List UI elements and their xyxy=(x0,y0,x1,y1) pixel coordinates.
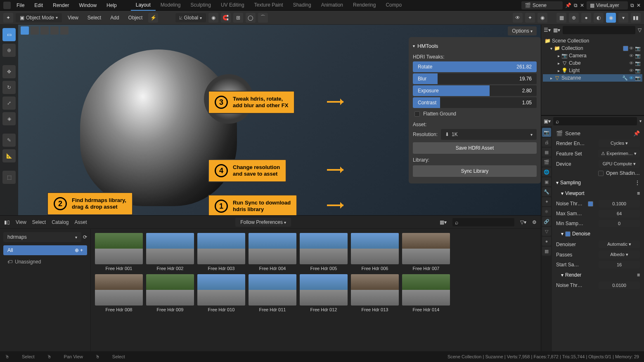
menu-object[interactable]: Object xyxy=(125,13,146,22)
menu-view[interactable]: View xyxy=(16,219,26,225)
3d-viewport[interactable]: Options ▾ ▭ ⊕ ✥ ↻ ⤢ ◈ ✎ 📐 ⬚ xyxy=(0,25,541,215)
move-tool-icon[interactable]: ✥ xyxy=(2,65,16,78)
menu-select[interactable]: Select xyxy=(84,13,104,22)
resolution-dropdown[interactable]: ⬇ 1K ▾ xyxy=(441,129,537,140)
options-dropdown[interactable]: Options ▾ xyxy=(508,26,537,35)
flatten-ground-checkbox[interactable]: Flatten Ground xyxy=(413,109,537,118)
panel-header[interactable]: ▾ HMTools xyxy=(413,41,537,51)
outliner-item-camera[interactable]: ▸ 📷 Camera 👁 📷 xyxy=(543,52,642,59)
catalog-all[interactable]: All ⊕ + xyxy=(3,245,87,255)
copy-icon[interactable]: ⧉ xyxy=(630,2,634,8)
sync-library-button[interactable]: Sync Library xyxy=(413,165,537,177)
sampling-panel-header[interactable]: ▾ Sampling⋮ xyxy=(554,177,642,188)
material-tab-icon[interactable]: ● xyxy=(542,237,551,246)
outliner-scene-collection[interactable]: 📁 Scene Collection xyxy=(543,37,642,45)
library-selector[interactable]: hdrmaps ▾ xyxy=(3,232,81,242)
display-mode-icon[interactable]: ▦▾ xyxy=(440,219,447,225)
shading-solid-icon[interactable]: ● xyxy=(581,13,591,23)
pin-icon[interactable]: 📌 xyxy=(565,2,571,8)
blender-logo-icon[interactable] xyxy=(3,2,11,9)
menu-asset[interactable]: Asset xyxy=(75,219,87,225)
gizmo-icon[interactable]: ✦ xyxy=(525,13,535,23)
feature-set-dropdown[interactable]: ⚠ Experimen… ▾ xyxy=(598,150,640,157)
add-cube-tool-icon[interactable]: ⬚ xyxy=(2,171,16,184)
noise-threshold-input[interactable]: 0.0100 xyxy=(599,282,640,289)
editor-type-icon[interactable]: ▣▾ xyxy=(544,118,551,124)
scene-tab-icon[interactable]: 🎬 xyxy=(542,157,551,167)
tab-texture-paint[interactable]: Texture Paint xyxy=(249,0,288,11)
device-dropdown[interactable]: GPU Compute ▾ xyxy=(599,160,640,168)
checkbox-icon[interactable] xyxy=(623,46,628,51)
max-samples-input[interactable]: 64 xyxy=(599,210,640,217)
viewlayer-selector[interactable]: ▦ ViewLayer xyxy=(587,1,628,9)
viewlayer-tab-icon[interactable]: ▦ xyxy=(542,148,551,157)
xray-icon[interactable]: ▦ xyxy=(556,13,566,23)
render-tab-icon[interactable]: 📷 xyxy=(542,128,551,137)
asset-item[interactable]: Free Hdr 006 xyxy=(351,233,399,271)
copy-icon[interactable]: ⧉ xyxy=(574,2,578,8)
asset-item[interactable]: Free Hdr 009 xyxy=(146,274,194,312)
select-mode-icon[interactable] xyxy=(40,26,49,35)
editor-type-icon[interactable]: ▮▯ xyxy=(4,219,10,225)
menu-add[interactable]: Add xyxy=(107,13,122,22)
asset-item[interactable]: Free Hdr 012 xyxy=(300,274,348,312)
rotate-slider[interactable]: Rotate 261.82 xyxy=(413,61,537,72)
proportional-edit-icon[interactable]: ◯ xyxy=(246,13,256,23)
tab-animation[interactable]: Animation xyxy=(316,0,348,11)
search-input[interactable] xyxy=(553,117,637,125)
editor-type-icon[interactable]: ☰▾ xyxy=(544,27,551,33)
scene-selector[interactable]: 🎬 Scene xyxy=(521,1,563,9)
pin-icon[interactable]: 📌 xyxy=(633,130,640,136)
import-method-dropdown[interactable]: Follow Preferences ▾ xyxy=(235,218,291,227)
select-mode-icon[interactable] xyxy=(31,26,39,35)
annotate-tool-icon[interactable]: ✎ xyxy=(2,134,16,147)
object-tab-icon[interactable]: ▣ xyxy=(542,177,551,186)
viewport-panel-header[interactable]: ▾ Viewport≡ xyxy=(554,188,642,199)
search-input[interactable] xyxy=(563,26,635,34)
shading-matprev-icon[interactable]: ◐ xyxy=(594,13,604,23)
world-tab-icon[interactable]: 🌐 xyxy=(542,167,551,176)
asset-item[interactable]: Free Hdr 008 xyxy=(95,274,143,312)
checkbox-icon[interactable] xyxy=(598,171,604,176)
start-sample-input[interactable]: 16 xyxy=(599,261,640,268)
overlay-icon[interactable]: ◉ xyxy=(537,13,547,23)
editor-type-icon[interactable]: ✦ xyxy=(3,13,13,23)
tab-shading[interactable]: Shading xyxy=(288,0,316,11)
texture-tab-icon[interactable]: ▩ xyxy=(542,247,551,256)
save-hdri-asset-button[interactable]: Save HDRI Asset xyxy=(413,142,537,154)
measure-tool-icon[interactable]: 📐 xyxy=(2,149,16,162)
close-icon[interactable]: ✕ xyxy=(580,2,584,8)
scale-tool-icon[interactable]: ⤢ xyxy=(2,96,16,110)
checkbox-icon[interactable] xyxy=(588,201,593,207)
blur-slider[interactable]: Blur 19.76 xyxy=(413,73,537,84)
mode-selector[interactable]: ▣ Object Mode ▾ xyxy=(16,13,62,22)
shading-wireframe-icon[interactable]: ⊕ xyxy=(569,13,579,23)
menu-edit[interactable]: Edit xyxy=(30,1,47,10)
asset-item[interactable]: Free Hdr 010 xyxy=(197,274,245,312)
tab-uv-editing[interactable]: UV Editing xyxy=(216,0,249,11)
shading-rendered-icon[interactable]: ◉ xyxy=(606,13,616,23)
modifier-tab-icon[interactable]: 🔧 xyxy=(542,187,551,196)
outliner-item-cube[interactable]: ▸ ▽ Cube 👁 📷 xyxy=(543,59,642,67)
checkbox-icon[interactable] xyxy=(565,231,571,237)
min-samples-input[interactable]: 0 xyxy=(599,220,640,227)
output-tab-icon[interactable]: 🖨 xyxy=(542,138,551,147)
tool-settings-icon[interactable]: ⚡ xyxy=(148,13,158,23)
pivot-icon[interactable]: ◉ xyxy=(208,13,218,23)
select-box-tool-icon[interactable]: ▭ xyxy=(2,28,16,41)
settings-icon[interactable]: ⚙ xyxy=(532,219,537,225)
menu-catalog[interactable]: Catalog xyxy=(52,219,69,225)
rotate-tool-icon[interactable]: ↻ xyxy=(2,81,16,94)
asset-item[interactable]: Free Hdr 007 xyxy=(402,233,450,271)
search-input[interactable] xyxy=(452,218,514,226)
snap-icon[interactable]: 🧲 xyxy=(221,13,231,23)
filter-icon[interactable]: ▽▾ xyxy=(520,219,526,225)
refresh-icon[interactable]: ⟳ xyxy=(83,234,87,240)
asset-item[interactable]: Free Hdr 003 xyxy=(197,233,245,271)
constraints-tab-icon[interactable]: 🔗 xyxy=(542,217,551,226)
visibility-icon[interactable]: 👁 xyxy=(513,13,523,23)
select-mode-icon[interactable] xyxy=(50,26,59,35)
denoiser-dropdown[interactable]: Automatic ▾ xyxy=(599,240,640,248)
tab-compositing[interactable]: Compo xyxy=(381,0,407,11)
select-mode-icon[interactable] xyxy=(21,26,29,35)
